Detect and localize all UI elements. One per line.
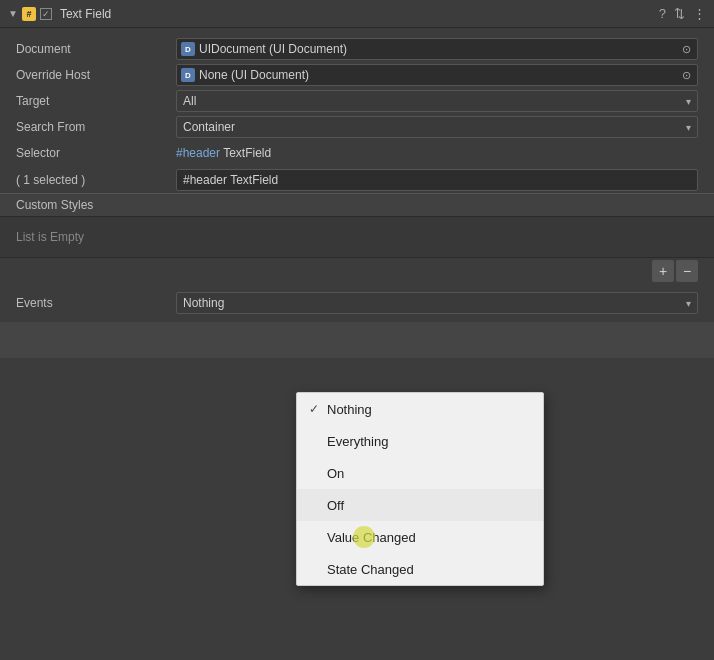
override-host-text: None (UI Document) — [199, 68, 682, 82]
properties-panel: Document D UIDocument (UI Document) ⊙ Ov… — [0, 28, 714, 366]
selected-field-text: #header TextField — [183, 173, 691, 187]
more-button[interactable]: ⋮ — [693, 6, 706, 21]
empty-list-text: List is Empty — [16, 230, 84, 244]
override-host-row: Override Host D None (UI Document) ⊙ — [0, 62, 714, 88]
menu-item-off[interactable]: Off — [297, 489, 543, 521]
help-button[interactable]: ? — [659, 6, 666, 21]
events-row: Events Nothing ▾ — [0, 288, 714, 318]
menu-item-state-changed[interactable]: State Changed — [297, 553, 543, 585]
menu-item-nothing[interactable]: ✓Nothing — [297, 393, 543, 425]
search-from-row: Search From Container ▾ — [0, 114, 714, 140]
target-dropdown-arrow: ▾ — [686, 96, 691, 107]
layout-button[interactable]: ⇅ — [674, 6, 685, 21]
menu-item-on[interactable]: On — [297, 457, 543, 489]
title-checkbox[interactable]: ✓ — [40, 8, 52, 20]
override-host-value: D None (UI Document) ⊙ — [176, 64, 698, 86]
menu-label-everything: Everything — [327, 434, 531, 449]
remove-style-button[interactable]: − — [676, 260, 698, 282]
events-dropdown-text: Nothing — [183, 296, 686, 310]
override-host-eye-button[interactable]: ⊙ — [682, 69, 691, 82]
document-field[interactable]: D UIDocument (UI Document) ⊙ — [176, 38, 698, 60]
target-dropdown-text: All — [183, 94, 686, 108]
search-from-dropdown-arrow: ▾ — [686, 122, 691, 133]
target-label: Target — [16, 94, 176, 108]
search-from-dropdown-text: Container — [183, 120, 686, 134]
custom-styles-list: List is Empty — [0, 217, 714, 257]
add-remove-bar: + − — [0, 257, 714, 284]
action-bar — [0, 322, 714, 358]
selected-row: ( 1 selected ) #header TextField — [0, 166, 714, 193]
selected-field[interactable]: #header TextField — [176, 169, 698, 191]
collapse-arrow[interactable]: ▼ — [8, 8, 18, 19]
menu-label-state-changed: State Changed — [327, 562, 531, 577]
selected-value: #header TextField — [176, 168, 698, 191]
document-value: D UIDocument (UI Document) ⊙ — [176, 38, 698, 60]
selector-link[interactable]: #header — [176, 146, 220, 160]
document-icon: D — [181, 42, 195, 56]
document-label: Document — [16, 42, 176, 56]
target-dropdown[interactable]: All ▾ — [176, 90, 698, 112]
menu-check-nothing: ✓ — [309, 402, 327, 416]
selected-label: ( 1 selected ) — [16, 173, 176, 187]
title-bar-left: ▼ # ✓ Text Field — [8, 7, 659, 21]
selector-value: #header TextField — [176, 146, 698, 160]
search-from-label: Search From — [16, 120, 176, 134]
title-bar: ▼ # ✓ Text Field ? ⇅ ⋮ — [0, 0, 714, 28]
title-icon: # — [22, 7, 36, 21]
override-host-icon: D — [181, 68, 195, 82]
component-title: Text Field — [56, 7, 111, 21]
cursor-indicator — [353, 526, 375, 548]
search-from-dropdown[interactable]: Container ▾ — [176, 116, 698, 138]
target-value: All ▾ — [176, 90, 698, 112]
custom-styles-header: Custom Styles — [0, 193, 714, 217]
menu-label-off: Off — [327, 498, 531, 513]
search-from-value: Container ▾ — [176, 116, 698, 138]
menu-label-on: On — [327, 466, 531, 481]
title-bar-right: ? ⇅ ⋮ — [659, 6, 706, 21]
checkbox-check: ✓ — [42, 9, 50, 19]
selector-row: Selector #header TextField — [0, 140, 714, 166]
document-row: Document D UIDocument (UI Document) ⊙ — [0, 36, 714, 62]
override-host-label: Override Host — [16, 68, 176, 82]
selector-plain-text: TextField — [220, 146, 271, 160]
override-host-field[interactable]: D None (UI Document) ⊙ — [176, 64, 698, 86]
menu-item-value-changed[interactable]: Value Changed — [297, 521, 543, 553]
target-row: Target All ▾ — [0, 88, 714, 114]
document-eye-button[interactable]: ⊙ — [682, 43, 691, 56]
selector-label: Selector — [16, 146, 176, 160]
events-dropdown-menu[interactable]: ✓NothingEverythingOnOffValue ChangedStat… — [296, 392, 544, 586]
events-dropdown[interactable]: Nothing ▾ — [176, 292, 698, 314]
menu-label-nothing: Nothing — [327, 402, 531, 417]
menu-item-everything[interactable]: Everything — [297, 425, 543, 457]
add-style-button[interactable]: + — [652, 260, 674, 282]
events-dropdown-arrow: ▾ — [686, 298, 691, 309]
events-label: Events — [16, 296, 176, 310]
document-text: UIDocument (UI Document) — [199, 42, 682, 56]
